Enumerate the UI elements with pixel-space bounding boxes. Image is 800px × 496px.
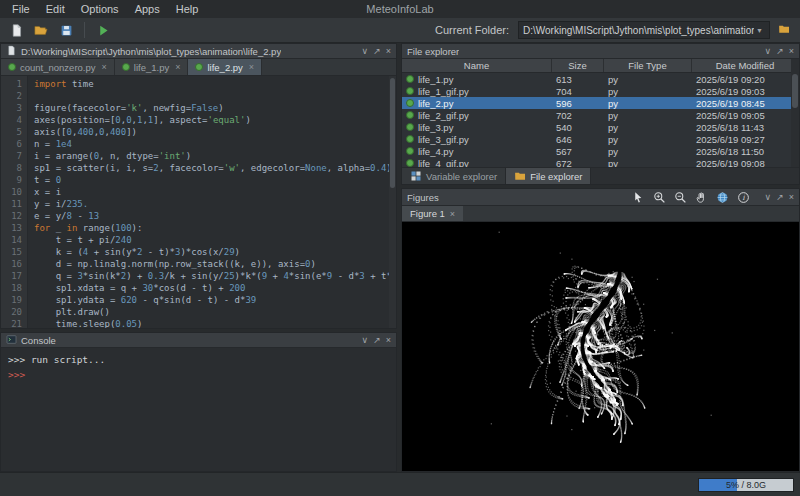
tab-close-icon[interactable]: ×: [175, 62, 180, 72]
menu-options[interactable]: Options: [73, 0, 127, 18]
panel-float-icon[interactable]: ↗: [776, 45, 784, 58]
console-line: >>> run script...: [8, 352, 389, 367]
current-folder-combobox[interactable]: D:\Working\MIScript\Jython\mis\plot_type…: [518, 21, 770, 39]
panel-minimize-icon[interactable]: ∨: [362, 45, 369, 58]
select-arrow-button[interactable]: [631, 190, 646, 205]
line-number: 14: [1, 234, 22, 246]
cell-name: life_4_gif.py: [402, 158, 552, 168]
line-number: 1: [1, 78, 22, 90]
menu-edit[interactable]: Edit: [38, 0, 73, 18]
tab-close-icon[interactable]: ×: [249, 62, 254, 72]
folder-icon: [514, 170, 526, 182]
cell-type: py: [604, 158, 692, 168]
cell-name: life_3_gif.py: [402, 134, 552, 145]
panel-float-icon[interactable]: ↗: [373, 334, 381, 347]
editor-tab-life_2.py[interactable]: life_2.py×: [188, 59, 262, 75]
editor-tab-count_nonzero.py[interactable]: count_nonzero.py×: [1, 59, 115, 75]
editor-tab-life_1.py[interactable]: life_1.py×: [115, 59, 189, 75]
run-button[interactable]: [92, 20, 114, 40]
file-explorer-title: File explorer: [407, 46, 459, 57]
file-row-life_2_gif.py[interactable]: life_2_gif.py702py2025/6/19 09:05: [402, 109, 799, 121]
file-row-life_4.py[interactable]: life_4.py567py2025/6/18 11:50: [402, 145, 799, 157]
open-folder-button[interactable]: [30, 20, 52, 40]
cell-modified: 2025/6/19 09:27: [692, 134, 799, 145]
file-row-life_4_gif.py[interactable]: life_4_gif.py672py2025/6/19 09:08: [402, 157, 799, 167]
toolbar-separator: [84, 22, 85, 38]
panel-minimize-icon[interactable]: ∨: [362, 334, 369, 347]
editor-tab-label: count_nonzero.py: [20, 62, 96, 73]
editor-scrollbar-thumb[interactable]: [390, 78, 395, 188]
run-icon: [97, 24, 110, 37]
editor-tab-label: life_1.py: [134, 62, 169, 73]
code-area[interactable]: import time figure(facecolor='k', newfig…: [28, 76, 396, 328]
pan-hand-button[interactable]: [694, 190, 709, 205]
cell-size: 540: [552, 122, 604, 133]
console-title: Console: [21, 335, 56, 346]
current-folder-label: Current Folder:: [435, 24, 509, 36]
panel-close-icon[interactable]: ×: [789, 45, 794, 58]
code-line: figure(facecolor='k', newfig=False): [34, 102, 396, 114]
cell-name: life_3.py: [402, 122, 552, 133]
line-number: 21: [1, 318, 22, 328]
full-extent-icon: [716, 191, 729, 204]
zoom-out-button[interactable]: [673, 190, 688, 205]
file-table-scrollbar-thumb[interactable]: [792, 74, 798, 108]
main-toolbar: Current Folder: D:\Working\MIScript\Jyth…: [0, 18, 800, 43]
py-file-icon: [406, 123, 414, 131]
column-header-size[interactable]: Size: [552, 59, 604, 72]
column-header-date-modified[interactable]: Date Modified: [692, 59, 799, 72]
file-explorer-header: File explorer ∨ ↗ ×: [402, 44, 799, 59]
zoom-in-button[interactable]: [652, 190, 667, 205]
panel-close-icon[interactable]: ×: [386, 45, 391, 58]
py-file-icon: [406, 99, 414, 107]
zoom-in-icon: [653, 191, 666, 204]
folder-icon: [778, 21, 790, 39]
tab-variable-explorer[interactable]: Variable explorer: [402, 168, 506, 184]
editor-scrollbar[interactable]: [389, 76, 396, 328]
menu-help[interactable]: Help: [168, 0, 207, 18]
cell-modified: 2025/6/19 09:05: [692, 110, 799, 121]
line-number: 2: [1, 90, 22, 102]
full-extent-button[interactable]: [715, 190, 730, 205]
file-row-life_3.py[interactable]: life_3.py540py2025/6/18 11:43: [402, 121, 799, 133]
cell-type: py: [604, 74, 692, 85]
file-row-life_3_gif.py[interactable]: life_3_gif.py646py2025/6/19 09:27: [402, 133, 799, 145]
save-button[interactable]: [55, 20, 77, 40]
tab-close-icon[interactable]: ×: [102, 62, 107, 72]
figures-title: Figures: [407, 192, 439, 203]
line-number-gutter: 123456789101112131415161718192021: [1, 76, 28, 328]
new-file-button[interactable]: [5, 20, 27, 40]
code-line: for _ in range(100):: [34, 222, 396, 234]
file-table-scrollbar[interactable]: [791, 59, 799, 167]
column-header-file-type[interactable]: File Type: [604, 59, 692, 72]
tab-label: Variable explorer: [426, 171, 497, 182]
file-row-life_1_gif.py[interactable]: life_1_gif.py704py2025/6/19 09:03: [402, 85, 799, 97]
menu-apps[interactable]: Apps: [127, 0, 168, 18]
py-file-icon: [406, 111, 414, 119]
panel-minimize-icon[interactable]: ∨: [765, 191, 772, 204]
column-header-name[interactable]: Name: [402, 59, 552, 72]
line-number: 15: [1, 246, 22, 258]
line-number: 13: [1, 222, 22, 234]
tab-figure-1[interactable]: Figure 1 ×: [402, 206, 463, 221]
panel-close-icon[interactable]: ×: [789, 191, 794, 204]
document-icon: [6, 42, 17, 60]
tab-file-explorer[interactable]: File explorer: [506, 168, 591, 184]
variable-grid-icon: [410, 170, 422, 182]
file-row-life_1.py[interactable]: life_1.py613py2025/6/19 09:20: [402, 73, 799, 85]
panel-float-icon[interactable]: ↗: [776, 191, 784, 204]
tab-close-icon[interactable]: ×: [450, 209, 455, 219]
panel-minimize-icon[interactable]: ∨: [765, 45, 772, 58]
line-number: 12: [1, 210, 22, 222]
identify-info-button[interactable]: i: [736, 190, 751, 205]
chevron-down-icon[interactable]: ▼: [754, 27, 765, 34]
editor-panel: D:\Working\MIScript\Jython\mis\plot_type…: [0, 43, 397, 329]
panel-close-icon[interactable]: ×: [386, 334, 391, 347]
panel-float-icon[interactable]: ↗: [373, 45, 381, 58]
browse-folder-button[interactable]: [773, 20, 795, 40]
figure-canvas[interactable]: [402, 222, 799, 471]
menu-file[interactable]: File: [4, 0, 38, 18]
file-row-life_2.py[interactable]: life_2.py596py2025/6/19 08:45: [402, 97, 799, 109]
code-editor[interactable]: 123456789101112131415161718192021 import…: [1, 76, 396, 328]
console-output[interactable]: >>> run script...>>>: [1, 348, 396, 471]
